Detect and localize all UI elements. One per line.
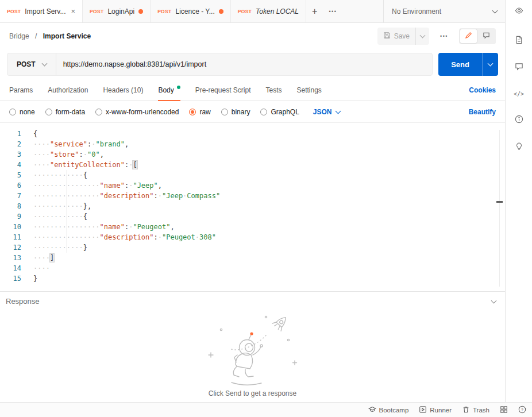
beautify-link[interactable]: Beautify xyxy=(469,108,496,116)
runner-button[interactable]: Runner xyxy=(419,406,452,415)
code-line[interactable]: ············} xyxy=(33,242,505,253)
tab-label: Params xyxy=(9,86,33,94)
body-format-selector[interactable]: JSON xyxy=(313,108,340,116)
two-pane-view-button[interactable] xyxy=(500,406,508,415)
send-button[interactable]: Send xyxy=(438,53,498,76)
breadcrumb-request-title: Import Service xyxy=(43,32,91,40)
comments-button[interactable] xyxy=(515,59,523,76)
tab-params[interactable]: Params xyxy=(9,79,33,101)
radio-icon xyxy=(9,109,16,115)
line-number: 12 xyxy=(0,242,21,253)
tab-options-button[interactable]: ••• xyxy=(323,0,342,22)
tab-label: Body xyxy=(158,86,174,94)
request-more-button[interactable]: ••• xyxy=(434,33,454,39)
edit-mode-button[interactable] xyxy=(460,29,477,43)
body-type-none[interactable]: none xyxy=(9,108,35,116)
pull-request-tips-button[interactable] xyxy=(515,138,523,155)
collapse-response-icon[interactable] xyxy=(491,298,497,303)
tab-tests[interactable]: Tests xyxy=(265,79,282,101)
tab-title: Token LOCAL xyxy=(256,7,299,16)
code-line[interactable]: } xyxy=(33,273,505,284)
code-line[interactable]: ············{ xyxy=(33,211,505,222)
code-line[interactable]: ············{ xyxy=(33,170,505,180)
code-line[interactable]: ················"name":·"Jeep", xyxy=(33,180,505,191)
editor-gutter: 123456789101112131415 xyxy=(0,129,29,291)
whitespace-dots: ···· xyxy=(33,264,50,272)
editor-scrollbar[interactable] xyxy=(499,130,500,287)
context-bar: </> xyxy=(505,0,532,402)
method-selector[interactable]: POST xyxy=(7,53,56,75)
body-type-x-www-form-urlencoded[interactable]: x-www-form-urlencoded xyxy=(95,108,179,116)
code-line[interactable]: ················"description":·"Jeep·Com… xyxy=(33,191,505,201)
code-snippet-button[interactable]: </> xyxy=(514,85,524,102)
tab-label: Pre-request Script xyxy=(195,86,251,94)
runner-icon xyxy=(419,406,427,415)
documentation-button[interactable] xyxy=(515,32,523,49)
cookies-link[interactable]: Cookies xyxy=(469,86,496,94)
tab-label: Headers (10) xyxy=(103,86,143,94)
code-line[interactable]: ····"entityCollection":·[ xyxy=(33,160,505,170)
whitespace-dots: ···· xyxy=(33,254,50,262)
tab-settings[interactable]: Settings xyxy=(297,79,322,101)
breadcrumb-collection[interactable]: Bridge xyxy=(9,32,29,40)
body-type-form-data[interactable]: form-data xyxy=(45,108,85,116)
request-tab[interactable]: POSTLoginApi xyxy=(83,0,151,22)
environment-quick-look-button[interactable] xyxy=(506,0,532,23)
body-type-graphql[interactable]: GraphQL xyxy=(260,108,299,116)
body-editor[interactable]: 123456789101112131415 {····"service":·"b… xyxy=(0,122,505,291)
lightbulb-icon xyxy=(515,141,523,152)
grid-icon xyxy=(500,406,508,415)
pencil-icon xyxy=(465,32,472,41)
response-title: Response xyxy=(6,297,40,306)
send-label: Send xyxy=(438,53,482,76)
url-input[interactable] xyxy=(56,60,433,68)
comment-mode-button[interactable] xyxy=(478,29,495,43)
body-type-raw[interactable]: raw xyxy=(189,108,210,116)
request-info-button[interactable] xyxy=(515,111,523,129)
request-tab[interactable]: POSTToken LOCAL xyxy=(231,0,306,22)
trash-button[interactable]: Trash xyxy=(462,406,489,415)
send-options-button[interactable] xyxy=(482,53,498,76)
body-type-label: form-data xyxy=(56,108,85,116)
close-icon[interactable]: × xyxy=(71,7,75,16)
request-url-bar: POST Send xyxy=(0,49,505,79)
tab-body[interactable]: Body xyxy=(158,79,180,101)
method-value: POST xyxy=(17,60,36,68)
bootcamp-button[interactable]: Bootcamp xyxy=(368,406,409,415)
tab-authorization[interactable]: Authorization xyxy=(48,79,88,101)
save-button[interactable]: Save xyxy=(377,28,429,45)
code-line[interactable]: ···· xyxy=(33,263,505,273)
environment-value: No Environment xyxy=(392,7,441,16)
code-line[interactable]: { xyxy=(33,129,505,139)
help-button[interactable]: ? xyxy=(518,406,526,415)
line-number: 14 xyxy=(0,263,21,273)
bootcamp-icon xyxy=(368,406,376,415)
tab-headers-10-[interactable]: Headers (10) xyxy=(103,79,143,101)
whitespace-dots: · xyxy=(158,192,162,200)
editor-cursor-marker xyxy=(496,201,503,203)
radio-icon xyxy=(221,109,228,115)
breadcrumb-row: Bridge / Import Service Save • xyxy=(0,23,505,49)
tab-title: LoginApi xyxy=(107,7,134,16)
save-options-button[interactable] xyxy=(415,28,429,45)
tab-pre-request-script[interactable]: Pre-request Script xyxy=(195,79,251,101)
code-line[interactable]: ····"store":·"0", xyxy=(33,149,505,160)
new-tab-button[interactable]: + xyxy=(306,0,323,22)
editor-code[interactable]: {····"service":·"brand",····"store":·"0"… xyxy=(29,129,505,291)
tab-label: Settings xyxy=(297,86,322,94)
code-line[interactable]: ····"service":·"brand", xyxy=(33,139,505,149)
breadcrumb-separator: / xyxy=(35,32,37,40)
statusbar-items: BootcampRunnerTrash? xyxy=(368,406,526,415)
code-line[interactable]: ················"description":·"Peugeot·… xyxy=(33,232,505,242)
code-line[interactable]: ············}, xyxy=(33,201,505,211)
indent-guide xyxy=(67,170,67,253)
line-number: 5 xyxy=(0,170,21,180)
tab-title: Import Serv... xyxy=(25,7,65,16)
request-tab[interactable]: POSTImport Serv...× xyxy=(0,0,83,22)
body-type-binary[interactable]: binary xyxy=(221,108,250,116)
code-line[interactable]: ····] xyxy=(33,253,505,263)
environment-selector[interactable]: No Environment xyxy=(383,0,505,22)
code-line[interactable]: ················"name":·"Peugeot", xyxy=(33,222,505,232)
whitespace-dots: · xyxy=(83,150,87,159)
request-tab[interactable]: POSTLicence - Y... xyxy=(151,0,231,22)
